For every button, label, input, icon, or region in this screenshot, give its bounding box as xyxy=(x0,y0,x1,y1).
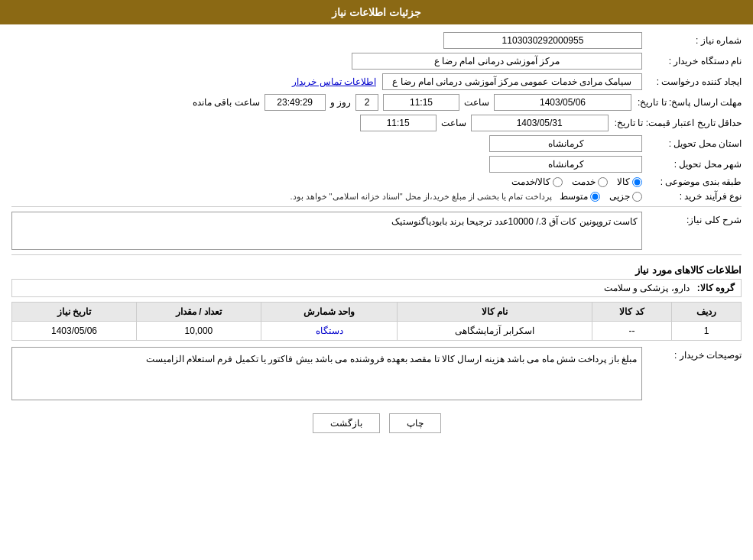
col-tedad: تعداد / مقدار xyxy=(137,303,261,322)
hadaqal-row: حداقل تاریخ اعتبار قیمت: تا تاریخ: 1403/… xyxy=(11,115,742,131)
radio-khedmat-label: خدمت xyxy=(572,176,596,187)
sharh-label: شرح کلی نیاز: xyxy=(642,212,742,225)
radio-khedmat: خدمت xyxy=(572,176,608,187)
mohlat-date-input: 1403/05/06 xyxy=(494,94,631,111)
shomare-niaz-label: شماره نیاز : xyxy=(642,35,742,46)
kala-table: ردیف کد کالا نام کالا واحد شمارش تعداد /… xyxy=(11,302,742,341)
sharh-text: کاست تروپونین کات آق 3./ 10000عدد ترجیحا… xyxy=(391,216,638,227)
button-row: چاپ بازگشت xyxy=(11,404,742,442)
table-row: 1 -- اسکرابر آزمایشگاهی دستگاه 10,000 14… xyxy=(12,322,742,341)
tozihat-box: مبلغ باز پرداخت شش ماه می باشد هزینه ارس… xyxy=(11,347,642,400)
col-kodkala: کد کالا xyxy=(592,303,671,322)
content-area: شماره نیاز : 1103030292000955 نام دستگاه… xyxy=(0,24,753,450)
tabaqe-value: کالا خدمت کالا/خدمت xyxy=(11,176,642,187)
radio-jozi-input[interactable] xyxy=(632,192,642,202)
mohlat-row: مهلت ارسال پاسخ: تا تاریخ: 1403/05/06 سا… xyxy=(11,94,742,111)
col-vahed: واحد شمارش xyxy=(261,303,397,322)
ijadkonande-label: ایجاد کننده درخواست : xyxy=(642,76,742,87)
back-button[interactable]: بازگشت xyxy=(313,413,380,433)
radio-jozi-label: جزیی xyxy=(609,191,630,202)
noefrayand-row: نوع فرآیند خرید : جزیی متوسط پرداخت تمام… xyxy=(11,191,742,202)
mohlat-time-input: 11:15 xyxy=(383,94,459,111)
tabaqe-row: طبقه بندی موضوعی : کالا خدمت کالا/خدمت xyxy=(11,176,742,187)
namdastgah-input: مرکز آموزشی درمانی امام رضا ع xyxy=(352,53,642,70)
tabaqe-radio-group: کالا خدمت کالا/خدمت xyxy=(11,176,642,187)
divider-1 xyxy=(11,206,742,207)
page-container: جزئیات اطلاعات نیاز شماره نیاز : 1103030… xyxy=(0,0,753,560)
mohlat-roz-input: 2 xyxy=(355,94,378,111)
radio-kala: کالا xyxy=(617,176,642,187)
noefrayand-desc: پرداخت تمام یا بخشی از مبلغ خرید،از محل … xyxy=(290,192,552,202)
cell-vahed: دستگاه xyxy=(261,322,397,341)
shahr-row: شهر محل تحویل : کرمانشاه xyxy=(11,156,742,173)
hadaqal-time-input: 11:15 xyxy=(360,115,437,131)
radio-motovaset-label: متوسط xyxy=(560,191,588,202)
noefrayand-value: جزیی متوسط پرداخت تمام یا بخشی از مبلغ خ… xyxy=(11,191,642,202)
noefrayand-radio-group: جزیی متوسط xyxy=(560,191,642,202)
page-header: جزئیات اطلاعات نیاز xyxy=(0,0,753,24)
etela-link[interactable]: اطلاعات تماس خریدار xyxy=(292,76,376,87)
cell-radif: 1 xyxy=(672,322,742,341)
kalainfo-title: اطلاعات کالاهای مورد نیاز xyxy=(11,260,742,279)
sharh-value: کاست تروپونین کات آق 3./ 10000عدد ترجیحا… xyxy=(11,212,642,250)
mohlat-roz-label: روز و xyxy=(330,97,351,108)
radio-kalakhedmat: کالا/خدمت xyxy=(511,176,563,187)
shahr-label: شهر محل تحویل : xyxy=(642,159,742,170)
radio-jozi: جزیی xyxy=(609,191,642,202)
ijadkonande-row: ایجاد کننده درخواست : سیامک مرادی خدمات … xyxy=(11,73,742,90)
sharh-box: کاست تروپونین کات آق 3./ 10000عدد ترجیحا… xyxy=(11,212,642,250)
mohlat-baqi-label: ساعت باقی مانده xyxy=(193,97,260,108)
print-button[interactable]: چاپ xyxy=(389,413,441,433)
tabaqe-label: طبقه بندی موضوعی : xyxy=(642,176,742,187)
table-head: ردیف کد کالا نام کالا واحد شمارش تعداد /… xyxy=(12,303,742,322)
page-title: جزئیات اطلاعات نیاز xyxy=(332,6,421,18)
hadaqal-label: حداقل تاریخ اعتبار قیمت: تا تاریخ: xyxy=(609,118,742,128)
grohe-label: گروه کالا: xyxy=(697,283,735,293)
tozihat-text: مبلغ باز پرداخت شش ماه می باشد هزینه ارس… xyxy=(146,354,637,364)
shahr-input: کرمانشاه xyxy=(489,156,642,173)
mohlat-label: مهلت ارسال پاسخ: تا تاریخ: xyxy=(631,97,742,108)
col-tarikh: تاریخ نیاز xyxy=(12,303,137,322)
grohe-value: دارو، پزشکی و سلامت xyxy=(604,283,690,293)
radio-motovaset-input[interactable] xyxy=(590,192,600,202)
radio-kala-input[interactable] xyxy=(632,177,642,187)
tozihat-label: توصیحات خریدار : xyxy=(642,347,742,361)
shahr-value: کرمانشاه xyxy=(11,156,642,173)
shomare-niaz-row: شماره نیاز : 1103030292000955 xyxy=(11,32,742,49)
shomare-niaz-input: 1103030292000955 xyxy=(443,32,642,49)
ostan-row: استان محل تحویل : کرمانشاه xyxy=(11,135,742,152)
ostan-label: استان محل تحویل : xyxy=(642,138,742,149)
ostan-value: کرمانشاه xyxy=(11,135,642,152)
ijadkonande-value: سیامک مرادی خدمات عمومی مرکز آموزشی درما… xyxy=(11,73,642,90)
mohlat-time-label: ساعت xyxy=(464,97,489,108)
radio-motovaset: متوسط xyxy=(560,191,600,202)
hadaqal-date-input: 1403/05/31 xyxy=(471,115,609,131)
sharh-row: شرح کلی نیاز: کاست تروپونین کات آق 3./ 1… xyxy=(11,212,742,250)
noefrayand-label: نوع فرآیند خرید : xyxy=(642,191,742,202)
radio-kalakhedmat-input[interactable] xyxy=(553,177,563,187)
namdastgah-row: نام دستگاه خریدار : مرکز آموزشی درمانی ا… xyxy=(11,53,742,70)
ostan-input: کرمانشاه xyxy=(489,135,642,152)
ijadkonande-input: سیامک مرادی خدمات عمومی مرکز آموزشی درما… xyxy=(382,73,642,90)
hadaqal-time-label: ساعت xyxy=(441,118,466,128)
tozihat-value: مبلغ باز پرداخت شش ماه می باشد هزینه ارس… xyxy=(11,347,642,400)
radio-khedmat-input[interactable] xyxy=(598,177,608,187)
cell-tarikh: 1403/05/06 xyxy=(12,322,137,341)
table-header-row: ردیف کد کالا نام کالا واحد شمارش تعداد /… xyxy=(12,303,742,322)
mohlat-baqi-input: 23:49:29 xyxy=(265,94,326,111)
cell-kodkala: -- xyxy=(592,322,671,341)
namdastgah-label: نام دستگاه خریدار : xyxy=(642,56,742,66)
cell-namkala: اسکرابر آزمایشگاهی xyxy=(398,322,592,341)
grohe-row: گروه کالا: دارو، پزشکی و سلامت xyxy=(11,279,742,297)
radio-kala-label: کالا xyxy=(617,176,630,187)
namdastgah-value: مرکز آموزشی درمانی امام رضا ع xyxy=(11,53,642,70)
shomare-niaz-value: 1103030292000955 xyxy=(11,32,642,49)
col-radif: ردیف xyxy=(672,303,742,322)
radio-kalakhedmat-label: کالا/خدمت xyxy=(511,176,550,187)
divider-2 xyxy=(11,254,742,255)
mohlat-value: 1403/05/06 ساعت 11:15 2 روز و 23:49:29 س… xyxy=(11,94,631,111)
col-namkala: نام کالا xyxy=(398,303,592,322)
hadaqal-value: 1403/05/31 ساعت 11:15 xyxy=(11,115,609,131)
table-body: 1 -- اسکرابر آزمایشگاهی دستگاه 10,000 14… xyxy=(12,322,742,341)
tozihat-row: توصیحات خریدار : مبلغ باز پرداخت شش ماه … xyxy=(11,347,742,400)
